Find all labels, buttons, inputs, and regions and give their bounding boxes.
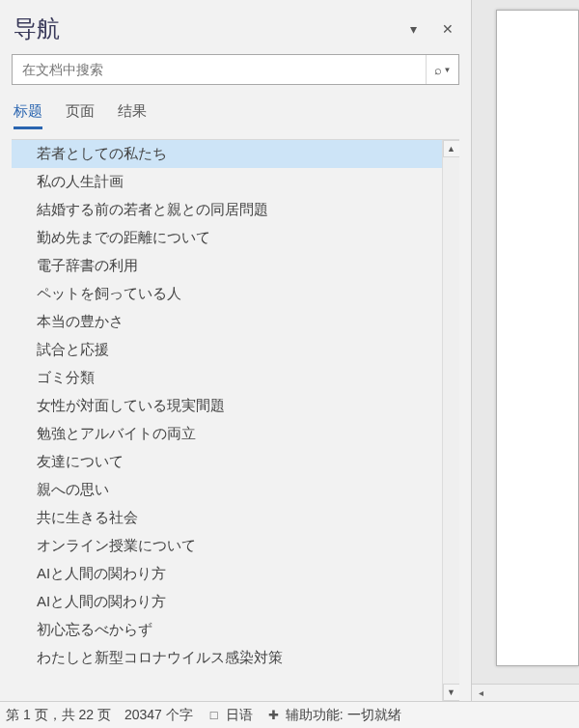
heading-item[interactable]: 試合と応援 (12, 336, 442, 364)
heading-item[interactable]: AIと人間の関わり方 (12, 560, 442, 588)
heading-item[interactable]: 親への思い (12, 476, 442, 504)
heading-item[interactable]: わたしと新型コロナウイルス感染対策 (12, 644, 442, 672)
heading-item[interactable]: 若者としての私たち (12, 140, 442, 168)
heading-item[interactable]: オンライン授業について (12, 532, 442, 560)
chevron-down-icon: ▼ (444, 66, 452, 74)
heading-item[interactable]: 初心忘るべからず (12, 616, 442, 644)
headings-container: 若者としての私たち私の人生計画結婚する前の若者と親との同居問題勤め先までの距離に… (12, 139, 459, 701)
document-page[interactable] (496, 10, 579, 666)
document-area: ◂ (471, 0, 579, 701)
close-icon[interactable]: ✕ (438, 19, 457, 39)
search-icon: ⌕ (434, 63, 442, 77)
scroll-left-icon[interactable]: ◂ (472, 685, 489, 702)
heading-item[interactable]: 結婚する前の若者と親との同居問題 (12, 196, 442, 224)
heading-item[interactable]: AIと人間の関わり方 (12, 588, 442, 616)
vertical-scrollbar[interactable]: ▲ ▼ (442, 140, 459, 701)
heading-item[interactable]: 共に生きる社会 (12, 504, 442, 532)
main-container: 导航 ▾ ✕ ⌕▼ 标题 页面 结果 若者としての私たち私の人生計画結婚する前の… (0, 0, 579, 701)
navigation-pane: 导航 ▾ ✕ ⌕▼ 标题 页面 结果 若者としての私たち私の人生計画結婚する前の… (0, 0, 471, 701)
heading-item[interactable]: 勉強とアルバイトの両立 (12, 420, 442, 448)
tab-headings[interactable]: 标题 (14, 102, 42, 129)
status-word-count[interactable]: 20347 个字 (124, 707, 193, 724)
headings-list: 若者としての私たち私の人生計画結婚する前の若者と親との同居問題勤め先までの距離に… (12, 140, 442, 701)
nav-tabs: 标题 页面 结果 (12, 102, 459, 129)
status-accessibility-label: 辅助功能: 一切就绪 (286, 707, 401, 724)
tab-results[interactable]: 结果 (118, 102, 147, 129)
search-button[interactable]: ⌕▼ (426, 55, 458, 84)
scroll-up-icon[interactable]: ▲ (443, 140, 460, 157)
heading-item[interactable]: 友達について (12, 448, 442, 476)
heading-item[interactable]: 私の人生計画 (12, 168, 442, 196)
pane-options-icon[interactable]: ▾ (406, 19, 421, 39)
heading-item[interactable]: 本当の豊かさ (12, 308, 442, 336)
tab-pages[interactable]: 页面 (66, 102, 95, 129)
scroll-down-icon[interactable]: ▼ (443, 684, 460, 701)
status-bar: 第 1 页，共 22 页 20347 个字 □ 日语 ✚ 辅助功能: 一切就绪 (0, 701, 579, 728)
horizontal-scrollbar[interactable]: ◂ (472, 684, 579, 701)
heading-item[interactable]: 勤め先までの距離について (12, 224, 442, 252)
book-icon: □ (207, 708, 222, 723)
status-language-label: 日语 (226, 707, 253, 724)
heading-item[interactable]: 電子辞書の利用 (12, 252, 442, 280)
pane-title: 导航 (14, 14, 60, 44)
pane-header: 导航 ▾ ✕ (12, 10, 459, 54)
status-accessibility[interactable]: ✚ 辅助功能: 一切就绪 (266, 707, 401, 724)
search-box[interactable]: ⌕▼ (12, 54, 459, 85)
heading-item[interactable]: 女性が対面している現実間題 (12, 392, 442, 420)
heading-item[interactable]: ゴミ分類 (12, 364, 442, 392)
accessibility-icon: ✚ (266, 708, 282, 723)
pane-controls: ▾ ✕ (406, 19, 457, 39)
status-language[interactable]: □ 日语 (207, 707, 253, 724)
search-input[interactable] (13, 56, 426, 83)
heading-item[interactable]: ペットを飼っている人 (12, 280, 442, 308)
status-page[interactable]: 第 1 页，共 22 页 (6, 707, 111, 724)
